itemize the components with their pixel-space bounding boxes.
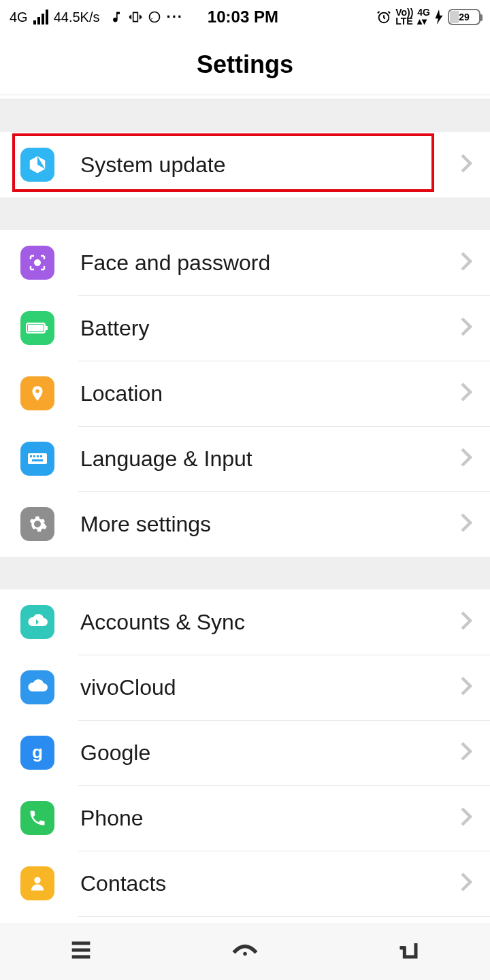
row-label: Battery xyxy=(80,316,149,341)
section-gap xyxy=(0,197,490,230)
home-button[interactable] xyxy=(230,935,260,968)
phone-icon xyxy=(20,801,54,835)
gear-icon xyxy=(20,507,54,541)
recents-button[interactable] xyxy=(67,936,95,966)
data-indicator: 4G ▴▾ xyxy=(417,8,430,26)
settings-row-battery[interactable]: Battery xyxy=(0,295,490,361)
chevron-right-icon xyxy=(460,251,472,274)
settings-row-google[interactable]: gGoogle xyxy=(0,720,490,785)
volte-indicator: Vo)) LTE xyxy=(395,8,413,26)
section-gap xyxy=(0,557,490,589)
back-button[interactable] xyxy=(395,936,423,966)
data-speed-label: 44.5K/s xyxy=(54,10,100,25)
battery-icon xyxy=(20,311,54,345)
chevron-right-icon xyxy=(460,610,472,634)
pin-icon xyxy=(20,376,54,410)
contact-icon xyxy=(20,866,54,900)
clock-label: 10:03 PM xyxy=(208,7,278,27)
chevron-right-icon xyxy=(460,872,472,895)
settings-row-face-password[interactable]: Face and password xyxy=(0,230,490,295)
chevron-right-icon xyxy=(460,382,472,405)
settings-row-more-settings[interactable]: More settings xyxy=(0,491,490,557)
more-icon: ··· xyxy=(167,8,183,26)
nav-bar xyxy=(0,923,490,980)
music-icon xyxy=(110,10,123,24)
network-type-label: 4G xyxy=(10,10,28,25)
cloud-icon xyxy=(20,670,54,704)
svg-rect-5 xyxy=(46,326,48,330)
row-label: Face and password xyxy=(80,250,270,276)
alarm-icon xyxy=(376,10,391,24)
row-label: Contacts xyxy=(80,871,166,896)
svg-rect-8 xyxy=(28,453,47,464)
row-label: Location xyxy=(80,381,163,406)
chevron-right-icon xyxy=(460,741,472,764)
chevron-right-icon xyxy=(460,676,472,699)
row-label: Accounts & Sync xyxy=(80,610,245,635)
settings-row-system-update[interactable]: System update xyxy=(0,132,490,197)
signal-icon xyxy=(33,10,48,24)
svg-rect-4 xyxy=(28,325,44,331)
row-label: Phone xyxy=(80,806,144,831)
svg-rect-11 xyxy=(37,455,39,457)
svg-point-6 xyxy=(35,389,39,393)
row-label: Language & Input xyxy=(80,446,252,472)
section-gap xyxy=(0,99,490,132)
settings-section: Face and passwordBatteryLocationLanguage… xyxy=(0,230,490,557)
status-bar: 4G 44.5K/s ··· 10:03 PM Vo)) LTE 4G ▴▾ 2… xyxy=(0,0,490,34)
svg-point-2 xyxy=(34,259,41,266)
svg-rect-12 xyxy=(40,455,42,457)
face-icon xyxy=(20,246,54,280)
chevron-right-icon xyxy=(460,153,472,176)
status-misc-icons: ··· xyxy=(110,8,183,26)
svg-rect-10 xyxy=(33,455,35,457)
chevron-right-icon xyxy=(460,806,472,830)
whatsapp-icon xyxy=(148,10,161,24)
svg-rect-9 xyxy=(30,455,32,457)
page-title: Settings xyxy=(0,34,490,95)
svg-point-16 xyxy=(243,952,247,956)
chevron-right-icon xyxy=(460,447,472,470)
settings-row-location[interactable]: Location xyxy=(0,361,490,426)
settings-row-vivocloud[interactable]: vivoCloud xyxy=(0,655,490,720)
vibrate-icon xyxy=(129,10,142,24)
svg-rect-13 xyxy=(32,459,43,461)
svg-point-0 xyxy=(149,12,159,22)
settings-row-lang-input[interactable]: Language & Input xyxy=(0,426,490,491)
settings-section: System update xyxy=(0,132,490,197)
status-left: 4G 44.5K/s ··· 10:03 PM xyxy=(10,7,278,27)
row-label: More settings xyxy=(80,512,211,537)
row-label: System update xyxy=(80,152,225,178)
status-right: Vo)) LTE 4G ▴▾ 29 xyxy=(376,8,480,26)
charging-icon xyxy=(434,10,444,24)
keyboard-icon xyxy=(20,442,54,476)
svg-point-15 xyxy=(34,877,40,883)
svg-text:g: g xyxy=(32,743,43,762)
row-label: vivoCloud xyxy=(80,675,176,700)
cloud-sync-icon xyxy=(20,605,54,639)
google-icon: g xyxy=(20,736,54,770)
settings-row-phone[interactable]: Phone xyxy=(0,785,490,851)
battery-icon: 29 xyxy=(448,9,480,25)
settings-row-contacts[interactable]: Contacts xyxy=(0,851,490,916)
row-label: Google xyxy=(80,740,150,766)
cube-icon xyxy=(20,148,54,182)
settings-row-accounts-sync[interactable]: Accounts & Sync xyxy=(0,589,490,655)
chevron-right-icon xyxy=(460,316,472,340)
chevron-right-icon xyxy=(460,512,472,536)
settings-section: Accounts & SyncvivoCloudgGooglePhoneCont… xyxy=(0,589,490,980)
